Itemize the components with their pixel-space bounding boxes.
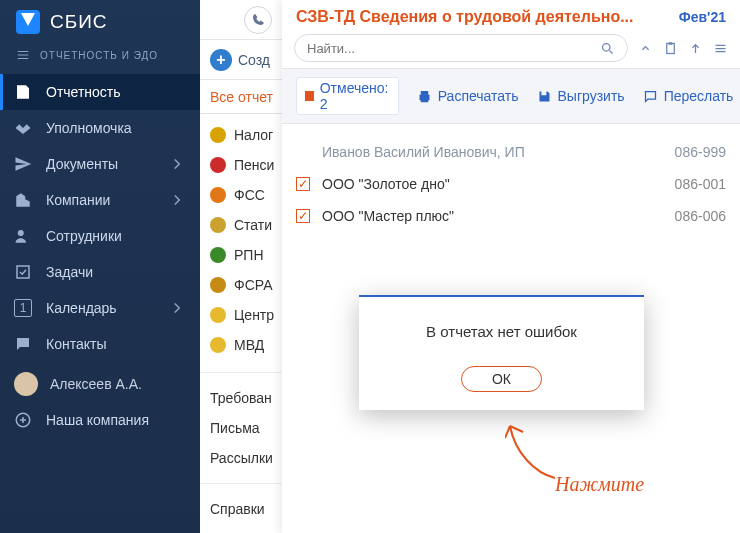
sidebar-company-label: Наша компания (46, 412, 149, 428)
create-button[interactable]: + Созд (200, 40, 282, 80)
upload-icon[interactable] (688, 41, 703, 56)
app-subtitle: ОТЧЕТНОСТЬ И ЭДО (40, 50, 158, 61)
agency-icon (210, 187, 226, 203)
link-item[interactable]: Рассылки (210, 443, 282, 473)
reports-icon (14, 83, 32, 101)
phone-button[interactable] (244, 6, 272, 34)
org-name: ООО "Золотое дно" (322, 176, 663, 192)
sidebar-item-label: Отчетность (46, 84, 121, 100)
selection-label: Отмечено: 2 (320, 80, 390, 112)
sidebar-item-tasks[interactable]: Задачи (0, 254, 200, 290)
companies-icon (14, 191, 32, 209)
detail-header: СЗВ-ТД Сведения о трудовой деятельно... … (282, 0, 740, 28)
handshake-icon (14, 119, 32, 137)
center-column: + Созд Все отчет НалогПенсиФСССтатиРПНФС… (200, 0, 282, 533)
org-row[interactable]: Иванов Василий Иванович, ИП086-999 (296, 136, 726, 168)
link-item[interactable]: Письма (210, 413, 282, 443)
search-icon[interactable] (600, 41, 615, 56)
detail-panel: СЗВ-ТД Сведения о трудовой деятельно... … (282, 0, 740, 533)
sidebar-item-documents[interactable]: Документы (0, 146, 200, 182)
company-icon (14, 411, 32, 429)
link-item[interactable]: Требован (210, 383, 282, 413)
agency-item[interactable]: ФСС (200, 180, 282, 210)
links-section-2: Справки (200, 483, 282, 524)
bulk-actions: Отмечено: 2 Распечатать Выгрузить Пересл… (282, 69, 740, 124)
org-name: ООО "Мастер плюс" (322, 208, 663, 224)
agency-icon (210, 307, 226, 323)
detail-title: СЗВ-ТД Сведения о трудовой деятельно... (296, 8, 671, 26)
agency-label: ФСС (234, 187, 265, 203)
agency-label: РПН (234, 247, 264, 263)
sidebar-item-contacts[interactable]: Контакты (0, 326, 200, 362)
agency-icon (210, 277, 226, 293)
agency-label: Центр (234, 307, 274, 323)
org-name: Иванов Василий Иванович, ИП (322, 144, 663, 160)
agency-item[interactable]: Центр (200, 300, 282, 330)
agency-icon (210, 217, 226, 233)
sidebar-item-label: Задачи (46, 264, 93, 280)
info-dialog: В отчетах нет ошибок ОК (359, 295, 644, 410)
app-name: СБИС (50, 11, 108, 33)
sidebar-item-label: Компании (46, 192, 110, 208)
send-icon (14, 155, 32, 173)
agency-item[interactable]: Стати (200, 210, 282, 240)
org-row[interactable]: ООО "Мастер плюс"086-006 (296, 200, 726, 232)
row-checkbox[interactable] (296, 209, 310, 223)
app-section-switcher[interactable]: ОТЧЕТНОСТЬ И ЭДО (0, 44, 200, 74)
app-logo[interactable]: СБИС (0, 0, 200, 44)
svg-point-2 (603, 43, 611, 51)
calendar-badge-icon: 1 (14, 299, 32, 317)
agency-label: ФСРА (234, 277, 273, 293)
sidebar: СБИС ОТЧЕТНОСТЬ И ЭДО Отчетность Уполном… (0, 0, 200, 533)
agency-label: Налог (234, 127, 273, 143)
selection-count[interactable]: Отмечено: 2 (296, 77, 399, 115)
forward-button[interactable]: Переслать (643, 88, 734, 104)
forward-icon (643, 89, 658, 104)
search-box[interactable] (294, 34, 628, 62)
export-label: Выгрузить (558, 88, 625, 104)
forward-label: Переслать (664, 88, 734, 104)
print-icon (417, 89, 432, 104)
sidebar-item-authorization[interactable]: Уполномочка (0, 110, 200, 146)
ok-button[interactable]: ОК (461, 366, 542, 392)
org-rows: Иванов Василий Иванович, ИП086-999ООО "З… (282, 124, 740, 244)
menu-icon[interactable] (713, 41, 728, 56)
search-input[interactable] (307, 41, 600, 56)
sidebar-company[interactable]: Наша компания (0, 402, 200, 438)
phone-icon (252, 13, 265, 26)
tab-all-reports[interactable]: Все отчет (210, 89, 273, 105)
org-row[interactable]: ООО "Золотое дно"086-001 (296, 168, 726, 200)
agency-item[interactable]: Налог (200, 120, 282, 150)
chat-icon (14, 335, 32, 353)
dialog-message: В отчетах нет ошибок (379, 323, 624, 340)
row-checkbox[interactable] (296, 177, 310, 191)
expand-icon[interactable] (638, 41, 653, 56)
sidebar-item-label: Сотрудники (46, 228, 122, 244)
print-button[interactable]: Распечатать (417, 88, 519, 104)
svg-rect-3 (667, 43, 675, 53)
agency-icon (210, 127, 226, 143)
agency-item[interactable]: Пенси (200, 150, 282, 180)
export-button[interactable]: Выгрузить (537, 88, 625, 104)
sidebar-item-companies[interactable]: Компании (0, 182, 200, 218)
org-code: 086-006 (675, 208, 726, 224)
agency-icon (210, 247, 226, 263)
sidebar-item-employees[interactable]: Сотрудники (0, 218, 200, 254)
org-code: 086-001 (675, 176, 726, 192)
clipboard-icon[interactable] (663, 41, 678, 56)
agency-label: МВД (234, 337, 264, 353)
detail-toolbar (282, 28, 740, 69)
agency-item[interactable]: МВД (200, 330, 282, 360)
agency-item[interactable]: ФСРА (200, 270, 282, 300)
agency-item[interactable]: РПН (200, 240, 282, 270)
chevron-right-icon (168, 299, 186, 317)
people-icon (14, 227, 32, 245)
link-item[interactable]: Справки (210, 494, 282, 524)
plus-icon: + (210, 49, 232, 71)
org-code: 086-999 (675, 144, 726, 160)
sidebar-user[interactable]: Алексеев А.А. (0, 366, 200, 402)
detail-period[interactable]: Фев'21 (679, 9, 726, 25)
sidebar-item-reports[interactable]: Отчетность (0, 74, 200, 110)
annotation-text: Нажмите (555, 473, 644, 496)
sidebar-item-calendar[interactable]: 1 Календарь (0, 290, 200, 326)
